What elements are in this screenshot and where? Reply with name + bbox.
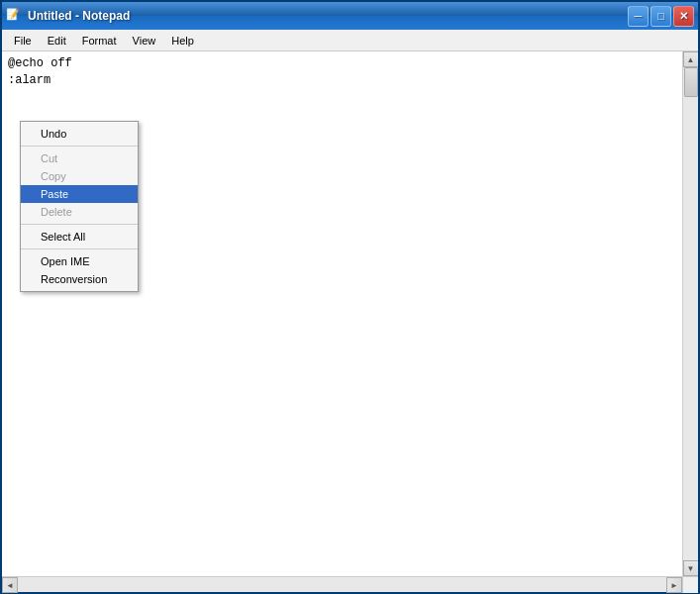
scroll-up-button[interactable]: ▲ — [683, 51, 699, 67]
window-title: Untitled - Notepad — [26, 9, 624, 23]
ctx-paste[interactable]: Paste — [21, 185, 138, 203]
ctx-select-all[interactable]: Select All — [21, 228, 138, 246]
horizontal-scrollbar-container: ◄ ► — [2, 576, 698, 592]
editor-area: @echo off :alarm Undo Cut Copy Paste Del… — [2, 51, 698, 576]
menu-file[interactable]: File — [6, 33, 40, 49]
vertical-scrollbar: ▲ ▼ — [682, 51, 698, 576]
ctx-separator-2 — [21, 224, 138, 225]
scroll-track-h[interactable] — [18, 577, 666, 592]
ctx-undo[interactable]: Undo — [21, 125, 138, 143]
ctx-reconversion[interactable]: Reconversion — [21, 270, 138, 288]
scroll-left-button[interactable]: ◄ — [2, 577, 18, 593]
title-bar: 📝 Untitled - Notepad ─ □ ✕ — [2, 2, 698, 30]
menu-bar: File Edit Format View Help — [2, 30, 698, 51]
ctx-delete[interactable]: Delete — [21, 203, 138, 221]
scrollbar-corner — [682, 577, 698, 593]
window-controls: ─ □ ✕ — [628, 6, 694, 27]
menu-edit[interactable]: Edit — [40, 33, 74, 49]
scroll-down-button[interactable]: ▼ — [683, 560, 699, 576]
scroll-right-button[interactable]: ► — [666, 577, 682, 593]
ctx-cut[interactable]: Cut — [21, 149, 138, 167]
scroll-track-v[interactable] — [683, 67, 699, 560]
menu-format[interactable]: Format — [74, 33, 125, 49]
context-menu: Undo Cut Copy Paste Delete Select All Op… — [20, 121, 139, 292]
ctx-separator-3 — [21, 248, 138, 249]
ctx-copy[interactable]: Copy — [21, 167, 138, 185]
app-icon: 📝 — [6, 8, 22, 24]
minimize-button[interactable]: ─ — [628, 6, 649, 27]
notepad-window: 📝 Untitled - Notepad ─ □ ✕ File Edit For… — [0, 0, 700, 594]
maximize-button[interactable]: □ — [650, 6, 671, 27]
menu-help[interactable]: Help — [163, 33, 202, 49]
scroll-thumb-v[interactable] — [684, 67, 698, 97]
ctx-open-ime[interactable]: Open IME — [21, 252, 138, 270]
close-button[interactable]: ✕ — [673, 6, 694, 27]
menu-view[interactable]: View — [125, 33, 164, 49]
ctx-separator-1 — [21, 146, 138, 147]
